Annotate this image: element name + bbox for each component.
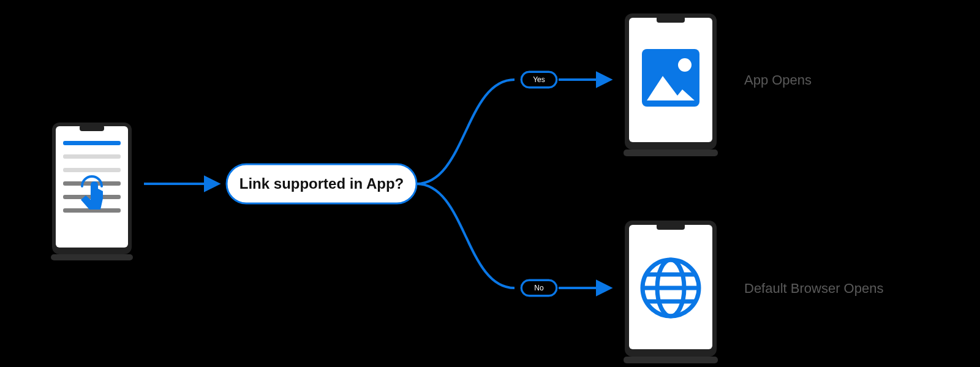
svg-point-19 [678, 58, 692, 72]
svg-rect-9 [51, 254, 133, 260]
edge-no: No [521, 279, 609, 297]
svg-rect-5 [63, 168, 121, 172]
phone-app-opens [624, 13, 718, 156]
outcome-no-label: Default Browser Opens [744, 281, 883, 296]
svg-rect-20 [624, 149, 718, 156]
diagram-canvas: Link supported in App? Yes No App Opens [0, 0, 980, 367]
svg-rect-4 [63, 154, 121, 159]
edge-yes-label: Yes [533, 75, 545, 84]
svg-rect-23 [657, 223, 685, 230]
decision-label: Link supported in App? [239, 175, 404, 192]
branch-no-curve [417, 184, 514, 288]
edge-yes: Yes [521, 71, 609, 88]
phone-browser-opens [624, 221, 718, 363]
image-icon [642, 49, 699, 107]
svg-rect-3 [63, 141, 121, 145]
phone-tap-link [51, 123, 133, 260]
outcome-yes-label: App Opens [744, 72, 812, 88]
decision-node: Link supported in App? [227, 164, 417, 203]
edge-no-label: No [534, 284, 544, 292]
svg-rect-2 [80, 125, 104, 131]
svg-rect-29 [624, 357, 718, 363]
branch-yes-curve [417, 80, 514, 184]
svg-rect-17 [657, 16, 685, 23]
